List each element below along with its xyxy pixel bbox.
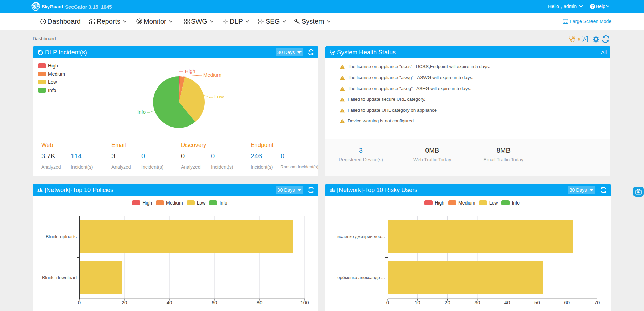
svg-text:0: 0	[386, 299, 389, 305]
svg-text:30: 30	[475, 299, 480, 305]
svg-text:High: High	[185, 68, 195, 74]
svg-text:60: 60	[212, 299, 217, 305]
svg-text:0: 0	[78, 299, 81, 305]
svg-text:40: 40	[167, 299, 172, 305]
svg-text:6: 6	[578, 37, 580, 42]
svg-text:?: ?	[591, 4, 594, 8]
svg-text:Medium: Medium	[203, 72, 221, 78]
svg-text:70: 70	[594, 299, 600, 305]
svg-text:80: 80	[257, 299, 263, 305]
svg-text:Block_uploads: Block_uploads	[46, 234, 77, 239]
svg-text:20: 20	[122, 299, 127, 305]
svg-text:40: 40	[504, 299, 510, 305]
svg-text:исаенко дмитрий лео...: исаенко дмитрий лео...	[337, 234, 385, 239]
svg-text:Low: Low	[214, 94, 224, 99]
svg-text:100: 100	[300, 299, 309, 305]
svg-text:60: 60	[564, 299, 570, 305]
svg-text:10: 10	[415, 299, 420, 305]
svg-text:50: 50	[534, 299, 540, 305]
svg-text:Info: Info	[137, 109, 146, 115]
svg-text:ерёменко александр ...: ерёменко александр ...	[337, 275, 385, 280]
svg-text:Block_download: Block_download	[42, 275, 77, 280]
svg-text:20: 20	[444, 299, 450, 305]
